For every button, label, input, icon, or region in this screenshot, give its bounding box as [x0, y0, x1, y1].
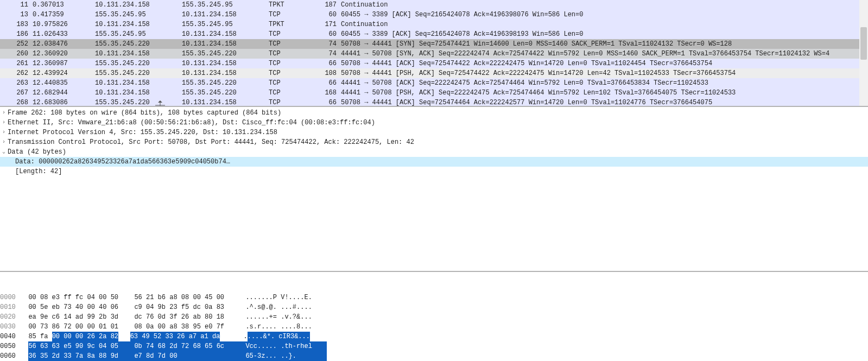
packet-col-source: 155.35.245.95 — [95, 10, 182, 20]
packet-col-info: 50708 → 44441 [SYN] Seq=725474421 Win=14… — [341, 39, 868, 49]
packet-col-info: Continuation — [341, 0, 868, 10]
packet-col-no: 261 — [0, 59, 33, 68]
hex-offset: 0030 — [0, 322, 21, 332]
details-tree-label: [Length: 42] — [15, 167, 868, 176]
spacer — [21, 341, 28, 351]
hex-offset: 0060 — [0, 351, 21, 361]
hex-dump-panel[interactable]: 0000 00 08 e3 ff fc 04 00 5056 21 b6 a8 … — [0, 272, 868, 361]
hex-offset: 0010 — [0, 302, 21, 312]
hex-row[interactable]: 0030 00 73 86 72 00 00 01 0108 0a 00 a8 … — [0, 322, 868, 332]
packet-col-length: 187 — [307, 0, 341, 10]
packet-col-time: 12.439924 — [33, 68, 95, 78]
hex-ascii: ......+= .v.?&... — [245, 312, 327, 322]
packet-col-length: 108 — [307, 68, 341, 78]
hex-bytes: 00 5e eb 73 40 00 40 06 — [28, 302, 134, 312]
packet-col-info: Continuation — [341, 20, 868, 29]
packet-col-source: 155.35.245.220 — [95, 68, 182, 78]
packet-col-destination: 10.131.234.158 — [182, 39, 269, 49]
packet-row[interactable]: 26012.36092010.131.234.158155.35.245.220… — [0, 49, 868, 59]
packet-col-source: 10.131.234.158 — [95, 20, 182, 29]
packet-col-source: 155.35.245.95 — [95, 29, 182, 39]
details-tree-item[interactable]: ›Ethernet II, Src: Vmware_21:b6:a8 (00:5… — [0, 118, 868, 128]
hex-row[interactable]: 0040 85 fa 00 00 00 26 2a 82 63 49 52 33… — [0, 332, 868, 341]
details-tree-item[interactable]: ›Frame 262: 108 bytes on wire (864 bits)… — [0, 108, 868, 118]
chevron-right-icon[interactable]: › — [0, 128, 8, 137]
packet-row[interactable]: 110.36701310.131.234.158155.35.245.95TPK… — [0, 0, 868, 10]
hex-bytes: ea 9e c6 14 ad 99 2b 3d — [28, 312, 134, 322]
packet-row[interactable]: 18611.026433155.35.245.9510.131.234.158T… — [0, 29, 868, 39]
packet-list-scrollbar[interactable] — [859, 0, 868, 106]
hex-offset: 0050 — [0, 341, 21, 351]
spacer — [21, 322, 28, 332]
packet-col-time: 0.367013 — [33, 0, 95, 10]
packet-col-info: 60455 → 3389 [ACK] Seq=2165424078 Ack=41… — [341, 29, 868, 39]
packet-col-length: 168 — [307, 88, 341, 98]
hex-ascii-selected: Vcc..... .th-rhel — [245, 341, 327, 351]
packet-col-protocol: TCP — [269, 78, 307, 88]
packet-col-time: 12.440835 — [33, 78, 95, 88]
packet-col-length: 60 — [307, 10, 341, 20]
packet-row[interactable]: 18310.97582610.131.234.158155.35.245.95T… — [0, 20, 868, 29]
packet-details-panel[interactable]: ›Frame 262: 108 bytes on wire (864 bits)… — [0, 107, 868, 272]
chevron-down-icon[interactable]: ⌄ — [0, 147, 8, 157]
packet-col-time: 12.038476 — [33, 39, 95, 49]
packet-col-destination: 10.131.234.158 — [182, 98, 269, 107]
packet-row[interactable]: 26212.439924155.35.245.22010.131.234.158… — [0, 68, 868, 78]
packet-row[interactable]: 130.417359155.35.245.9510.131.234.158TCP… — [0, 10, 868, 20]
packet-row[interactable]: 26312.44083510.131.234.158155.35.245.220… — [0, 78, 868, 88]
hex-bytes: 00 73 86 72 00 00 01 01 — [28, 322, 134, 332]
details-tree-label: Data (42 bytes) — [8, 147, 868, 157]
packet-row[interactable]: 25212.038476155.35.245.22010.131.234.158… — [0, 39, 868, 49]
packet-col-protocol: TCP — [269, 68, 307, 78]
packet-col-time: 12.683086 — [33, 98, 95, 107]
packet-col-protocol: TCP — [269, 29, 307, 39]
hex-row[interactable]: 0060 36 35 2d 33 7a 8a 88 9de7 8d 7d 006… — [0, 351, 868, 361]
packet-col-info: 44441 → 50708 [SYN, ACK] Seq=222242474 A… — [341, 49, 868, 59]
packet-row[interactable]: 26712.68294410.131.234.158155.35.245.220… — [0, 88, 868, 98]
hex-bytes-selected: 00 00 00 26 2a 82 — [52, 332, 118, 341]
hex-bytes: 56 21 b6 a8 08 00 45 00 — [134, 293, 245, 302]
packet-col-no: 268 — [0, 98, 33, 107]
hex-ascii-selected: 65-3z... ..}. — [245, 351, 327, 361]
packet-col-protocol: TCP — [269, 98, 307, 107]
packet-col-length: 74 — [307, 49, 341, 59]
chevron-right-icon[interactable]: › — [0, 108, 8, 118]
packet-col-info: 50708 → 44441 [PSH, ACK] Seq=725474422 A… — [341, 68, 868, 78]
scrollbar-thumb[interactable] — [860, 27, 867, 60]
packet-row[interactable]: 26112.360987155.35.245.22010.131.234.158… — [0, 59, 868, 68]
hex-offset: 0040 — [0, 332, 21, 341]
packet-col-no: 11 — [0, 0, 33, 10]
details-tree-item[interactable]: ›Transmission Control Protocol, Src Port… — [0, 137, 868, 147]
packet-col-time: 12.360920 — [33, 49, 95, 59]
packet-col-source: 155.35.245.220 — [95, 39, 182, 49]
hex-offset: 0000 — [0, 293, 21, 302]
hex-bytes-selected: 56 63 63 e5 90 9c 04 05 — [28, 341, 134, 351]
packet-list-panel[interactable]: 110.36701310.131.234.158155.35.245.95TPK… — [0, 0, 868, 107]
packet-col-destination: 155.35.245.220 — [182, 88, 269, 98]
packet-col-no: 183 — [0, 20, 33, 29]
hex-bytes-selected: 63 49 52 33 26 a7 a1 da — [130, 332, 220, 341]
hex-row[interactable]: 0020 ea 9e c6 14 ad 99 2b 3ddc 76 0d 3f … — [0, 312, 868, 322]
details-tree-item[interactable]: ⌄Data (42 bytes) — [0, 147, 868, 157]
packet-col-destination: 10.131.234.158 — [182, 68, 269, 78]
packet-col-destination: 155.35.245.95 — [182, 20, 269, 29]
chevron-right-icon[interactable]: › — [0, 137, 8, 147]
packet-col-destination: 10.131.234.158 — [182, 10, 269, 20]
details-tree-item[interactable]: ›Internet Protocol Version 4, Src: 155.3… — [0, 128, 868, 137]
details-tree-subitem[interactable]: [Length: 42] — [0, 167, 868, 176]
hex-bytes: 00 08 e3 ff fc 04 00 50 — [28, 293, 134, 302]
hex-bytes-selected: e7 8d 7d 00 — [134, 351, 245, 361]
hex-row[interactable]: 0010 00 5e eb 73 40 00 40 06c9 04 9b 23 … — [0, 302, 868, 312]
chevron-right-icon[interactable]: › — [0, 118, 8, 128]
hex-bytes: dc 76 0d 3f 26 ab 80 18 — [134, 312, 245, 322]
packet-col-time: 10.975826 — [33, 20, 95, 29]
packet-col-source: 10.131.234.158 — [95, 0, 182, 10]
packet-row[interactable]: 26812.683086155.35.245.22010.131.234.158… — [0, 98, 868, 107]
details-tree-subitem[interactable]: Data: 000000262a826349523326a7a1da566363… — [0, 157, 868, 167]
packet-col-no: 13 — [0, 10, 33, 20]
packet-col-source: 155.35.245.220 — [95, 98, 182, 107]
hex-row[interactable]: 0000 00 08 e3 ff fc 04 00 5056 21 b6 a8 … — [0, 293, 868, 302]
packet-col-source: 155.35.245.220 — [95, 59, 182, 68]
packet-col-protocol: TCP — [269, 10, 307, 20]
hex-row[interactable]: 0050 56 63 63 e5 90 9c 04 050b 74 68 2d … — [0, 341, 868, 351]
